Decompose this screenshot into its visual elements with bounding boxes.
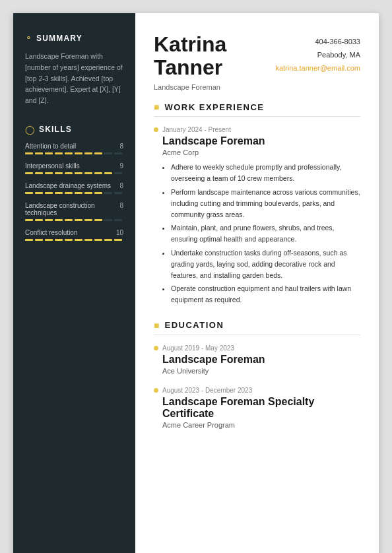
job-title: Landscape Foreman xyxy=(154,83,226,91)
skill-bar xyxy=(25,239,123,241)
edu-title: Landscape Foreman Specialty Certificate xyxy=(162,396,360,420)
skill-bar-segment xyxy=(104,219,112,221)
skill-bar-segment xyxy=(25,239,33,241)
skill-bar-segment xyxy=(55,152,63,154)
skill-bar-segment xyxy=(55,172,63,174)
skills-icon: ◯ xyxy=(25,125,35,135)
summary-header: ⚬ SUMMARY xyxy=(25,33,123,43)
skill-name: Landscape drainage systems8 xyxy=(25,182,123,189)
skill-bar-segment xyxy=(45,152,53,154)
skill-name: Interpersonal skills9 xyxy=(25,162,123,170)
contact-block: 404-366-8033 Peabody, MA katrina.tanner@… xyxy=(275,36,360,75)
skill-bar-segment xyxy=(35,192,43,194)
skill-bar-segment xyxy=(104,152,112,154)
exp-bullet: Undertake construction tasks during off-… xyxy=(171,247,360,280)
skill-label: Conflict resolution xyxy=(25,229,77,236)
skill-bar-segment xyxy=(25,152,33,154)
edu-institution: Ace University xyxy=(162,367,360,375)
skill-item: Landscape construction techniques8 xyxy=(25,202,123,221)
work-experience-header: ■ WORK EXPERIENCE xyxy=(154,102,360,117)
skill-bar-segment xyxy=(35,219,43,221)
skills-title: SKILLS xyxy=(39,125,72,134)
edu-date: August 2019 - May 2023 xyxy=(154,344,360,352)
sidebar: ⚬ SUMMARY Landscape Foreman with [number… xyxy=(13,13,135,553)
education-section: ■ EDUCATION August 2019 - May 2023Landsc… xyxy=(154,320,360,429)
skill-bar-segment xyxy=(25,219,33,221)
skill-bar-segment xyxy=(65,239,73,241)
skill-bar-segment xyxy=(35,152,43,154)
first-name: Katrina xyxy=(154,32,226,56)
work-experience-title: WORK EXPERIENCE xyxy=(164,102,264,112)
phone: 404-366-8033 xyxy=(275,36,360,49)
edu-date: August 2023 - December 2023 xyxy=(154,387,360,394)
skill-name: Conflict resolution10 xyxy=(25,229,123,236)
education-list: August 2019 - May 2023Landscape ForemanA… xyxy=(154,344,360,429)
exp-bullet: Maintain, plant, and prune flowers, shru… xyxy=(171,222,360,245)
edu-institution: Acme Career Program xyxy=(162,421,360,429)
skill-item: Interpersonal skills9 xyxy=(25,162,123,174)
skill-bar-segment xyxy=(75,219,82,221)
skill-label: Landscape construction techniques xyxy=(25,202,119,216)
skill-score: 10 xyxy=(116,229,123,236)
skill-bar-segment xyxy=(75,239,82,241)
skill-bar-segment xyxy=(114,172,122,174)
experience-item: January 2024 - PresentLandscape ForemanA… xyxy=(154,126,360,306)
location: Peabody, MA xyxy=(275,49,360,62)
skill-bar-segment xyxy=(94,172,102,174)
skill-score: 8 xyxy=(119,143,123,150)
skill-bar-segment xyxy=(55,192,63,194)
education-item: August 2019 - May 2023Landscape ForemanA… xyxy=(154,344,360,375)
resume-header: Katrina Tanner Landscape Foreman 404-366… xyxy=(154,33,360,98)
skill-item: Landscape drainage systems8 xyxy=(25,182,123,194)
skill-bar-segment xyxy=(55,239,63,241)
skill-bar-segment xyxy=(45,192,53,194)
skill-bar-segment xyxy=(25,172,33,174)
skill-bar-segment xyxy=(65,172,73,174)
skill-label: Interpersonal skills xyxy=(25,162,80,170)
name-block: Katrina Tanner Landscape Foreman xyxy=(154,33,226,91)
skill-bar xyxy=(25,219,123,221)
education-title: EDUCATION xyxy=(164,320,224,330)
skill-bar-segment xyxy=(84,192,92,194)
skill-bar-segment xyxy=(45,239,53,241)
full-name: Katrina Tanner xyxy=(154,33,226,79)
exp-title: Landscape Foreman xyxy=(162,135,360,147)
skill-bar-segment xyxy=(104,172,112,174)
skills-section: ◯ SKILLS Attention to detail8Interperson… xyxy=(25,125,123,241)
edu-title: Landscape Foreman xyxy=(162,354,360,366)
skill-bar xyxy=(25,152,123,154)
skill-bar-segment xyxy=(104,192,112,194)
exp-bullets: Adhere to weekly schedule promptly and p… xyxy=(154,162,360,306)
exp-bullet: Perform landscape maintenance across var… xyxy=(171,187,360,220)
skill-bar-segment xyxy=(25,192,33,194)
person-icon: ⚬ xyxy=(25,33,32,43)
exp-bullet: Operate construction equipment and haul … xyxy=(171,283,360,306)
skill-bar-segment xyxy=(75,152,82,154)
skill-bar xyxy=(25,192,123,194)
skill-bar-segment xyxy=(94,239,102,241)
skill-bar-segment xyxy=(104,239,112,241)
education-item: August 2023 - December 2023Landscape For… xyxy=(154,387,360,429)
skill-score: 8 xyxy=(119,182,123,189)
graduation-icon: ■ xyxy=(154,320,159,331)
skill-bar-segment xyxy=(84,239,92,241)
skill-bar-segment xyxy=(114,219,122,221)
skill-bar-segment xyxy=(45,172,53,174)
skill-bar-segment xyxy=(94,192,102,194)
skill-bar-segment xyxy=(114,239,122,241)
email: katrina.tanner@email.com xyxy=(275,62,360,75)
work-experience-list: January 2024 - PresentLandscape ForemanA… xyxy=(154,126,360,306)
skill-bar-segment xyxy=(84,172,92,174)
work-experience-section: ■ WORK EXPERIENCE January 2024 - Present… xyxy=(154,102,360,306)
skill-bar-segment xyxy=(114,192,122,194)
summary-section: ⚬ SUMMARY Landscape Foreman with [number… xyxy=(25,33,123,106)
skill-score: 8 xyxy=(119,202,123,216)
last-name: Tanner xyxy=(154,55,222,79)
exp-date: January 2024 - Present xyxy=(154,126,360,133)
skill-label: Landscape drainage systems xyxy=(25,182,111,189)
skill-bar-segment xyxy=(45,219,53,221)
exp-company: Acme Corp xyxy=(162,148,360,156)
skill-bar-segment xyxy=(65,192,73,194)
exp-bullet: Adhere to weekly schedule promptly and p… xyxy=(171,162,360,184)
skill-label: Attention to detail xyxy=(25,143,76,150)
